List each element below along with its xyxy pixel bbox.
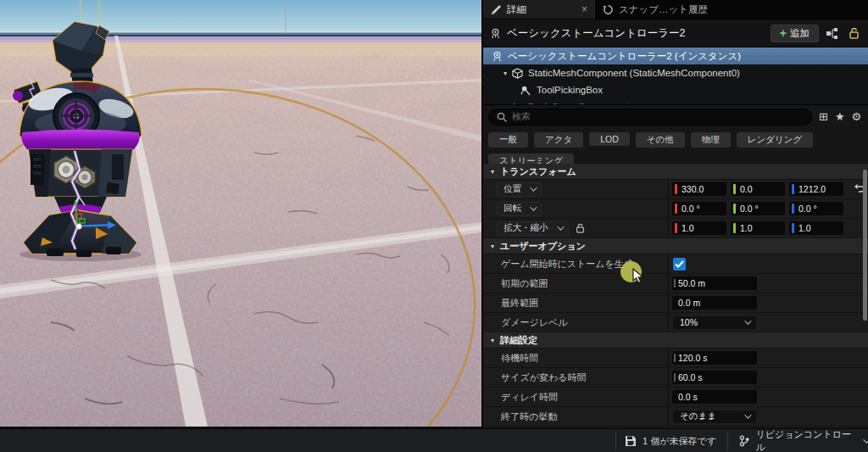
tree-row-instance-label: ベーシックストームコントローラー2 (インスタンス) bbox=[508, 50, 741, 63]
chevron-down-icon bbox=[863, 436, 868, 443]
search-placeholder: 検索 bbox=[512, 110, 531, 123]
location-y-field[interactable]: 0.0 bbox=[731, 182, 785, 196]
wait-time-label: 待機時間 bbox=[501, 352, 538, 365]
x-axis-bar bbox=[675, 184, 677, 194]
filter-chip-physics[interactable]: 物理 bbox=[691, 132, 731, 148]
favorites-icon[interactable]: ★ bbox=[835, 111, 845, 122]
initial-radius-value: 50.0 m bbox=[678, 278, 705, 288]
scale-x-value: 1.0 bbox=[682, 223, 694, 233]
wait-time-value: 120.0 s bbox=[678, 353, 707, 363]
z-axis-bar bbox=[792, 223, 794, 233]
rotation-x-field[interactable]: 0.0 ° bbox=[672, 202, 726, 215]
scale-x-field[interactable]: 1.0 bbox=[672, 221, 726, 235]
category-advanced-title: 詳細設定 bbox=[500, 334, 537, 347]
rotation-z-field[interactable]: 0.0 ° bbox=[789, 202, 843, 215]
actor-instance-icon bbox=[492, 51, 503, 62]
initial-radius-field[interactable]: 50.0 m bbox=[672, 276, 757, 290]
browse-hierarchy-icon[interactable] bbox=[825, 25, 840, 41]
filter-chip-actor[interactable]: アクタ bbox=[534, 132, 583, 148]
category-advanced[interactable]: ▾ 詳細設定 bbox=[483, 332, 868, 349]
history-icon bbox=[603, 4, 614, 15]
filter-chip-general[interactable]: 一般 bbox=[488, 132, 528, 148]
generate-storm-label: ゲーム開始時にストームを生成 bbox=[501, 258, 633, 271]
y-axis-bar bbox=[733, 204, 736, 214]
collapse-arrow-icon: ▾ bbox=[491, 168, 494, 176]
scale-y-field[interactable]: 1.0 bbox=[731, 221, 785, 235]
scale-z-field[interactable]: 1.0 bbox=[789, 221, 843, 235]
viewport-scene bbox=[0, 0, 481, 427]
add-component-button[interactable]: + 追加 bbox=[771, 25, 819, 42]
filter-chip-misc[interactable]: その他 bbox=[636, 132, 685, 148]
tree-row-staticmesh[interactable]: ▾ StaticMeshComponent (StaticMeshCompone… bbox=[483, 64, 868, 81]
settings-gear-icon[interactable]: ⚙ bbox=[852, 111, 862, 122]
location-label: 位置 bbox=[504, 183, 521, 195]
actor-header: ベーシックストームコントローラー2 + 追加 bbox=[483, 20, 868, 47]
end-behavior-dropdown[interactable]: そのまま bbox=[672, 410, 757, 424]
tree-row-instance[interactable]: ベーシックストームコントローラー2 (インスタンス) bbox=[483, 47, 868, 64]
filter-chip-rendering[interactable]: レンダリング bbox=[737, 132, 813, 148]
statusbar-divider bbox=[727, 432, 728, 450]
damage-level-dropdown[interactable]: 10% bbox=[672, 315, 757, 330]
row-damage-level: ダメージレベル 10% bbox=[483, 313, 868, 332]
revision-control-button[interactable]: リビジョンコントロール bbox=[739, 429, 868, 452]
tab-snapshot-history[interactable]: スナップ…ット履歴 bbox=[595, 0, 715, 19]
details-panel: 詳細 × スナップ…ット履歴 ベーシックストームコントローラー2 + 追加 bbox=[481, 0, 868, 428]
collapse-arrow-icon: ▾ bbox=[491, 337, 494, 344]
rotation-x-value: 0.0 ° bbox=[682, 204, 700, 214]
filter-chip-lod[interactable]: LOD bbox=[589, 132, 630, 146]
location-type-dropdown[interactable]: 位置 bbox=[497, 182, 542, 197]
add-button-label: 追加 bbox=[790, 27, 810, 40]
category-user-options-title: ユーザーオプション bbox=[500, 240, 586, 253]
location-x-field[interactable]: 330.0 bbox=[672, 182, 726, 196]
revision-control-label: リビジョンコントロール bbox=[756, 428, 858, 452]
row-rotation: 回転 0.0 ° 0.0 ° 0.0 ° bbox=[483, 199, 868, 219]
row-generate-storm: ゲーム開始時にストームを生成 bbox=[483, 254, 868, 274]
revision-branch-icon bbox=[739, 435, 750, 447]
final-radius-field[interactable]: 0.0 m bbox=[672, 296, 757, 310]
row-delay-time: ディレイ時間 0.0 s bbox=[483, 388, 868, 407]
search-input[interactable]: 検索 bbox=[488, 109, 812, 126]
resize-time-value: 60.0 s bbox=[678, 372, 703, 382]
scale-unlock-icon[interactable] bbox=[576, 223, 585, 233]
row-wait-time: 待機時間 120.0 s bbox=[483, 349, 868, 368]
row-initial-radius: 初期の範囲 50.0 m bbox=[483, 274, 868, 293]
unlock-icon[interactable] bbox=[846, 25, 861, 41]
final-radius-value: 0.0 m bbox=[678, 298, 700, 308]
scale-type-dropdown[interactable]: 拡大・縮小 bbox=[497, 221, 569, 236]
collapse-arrow-icon: ▾ bbox=[491, 243, 494, 250]
tree-row-staticmesh-label: StaticMeshComponent (StaticMeshComponent… bbox=[528, 68, 740, 78]
x-axis-bar bbox=[675, 223, 677, 233]
row-end-behavior: 終了時の挙動 そのまま bbox=[483, 407, 868, 427]
resize-time-field[interactable]: 60.0 s bbox=[672, 371, 757, 384]
display-filter-icon[interactable]: ⊞ bbox=[819, 111, 828, 122]
unsaved-files-button[interactable]: 1 個が未保存です bbox=[625, 429, 716, 452]
property-grid: ▾ トランスフォーム 位置 330.0 0.0 1212.0 bbox=[483, 164, 868, 428]
rotation-z-value: 0.0 ° bbox=[798, 204, 817, 214]
y-axis-bar bbox=[733, 184, 736, 194]
tree-row-toolpickingbox[interactable]: ToolPickingBox bbox=[483, 81, 868, 98]
details-scrollbar[interactable] bbox=[863, 170, 867, 321]
plus-icon: + bbox=[780, 27, 787, 39]
generate-storm-checkbox[interactable] bbox=[673, 258, 686, 271]
component-tree: ベーシックストームコントローラー2 (インスタンス) ▾ StaticMeshC… bbox=[483, 47, 868, 105]
search-icon bbox=[497, 112, 507, 122]
category-user-options[interactable]: ▾ ユーザーオプション bbox=[483, 238, 868, 254]
tab-close-icon[interactable]: × bbox=[581, 3, 587, 15]
wait-time-field[interactable]: 120.0 s bbox=[672, 351, 757, 365]
statusbar-divider bbox=[615, 432, 616, 450]
rotation-type-dropdown[interactable]: 回転 bbox=[497, 202, 542, 216]
tab-details[interactable]: 詳細 × bbox=[483, 0, 595, 19]
location-z-field[interactable]: 1212.0 bbox=[789, 182, 843, 196]
tree-row-clipped[interactable]: ▾ BasicStormComponent bbox=[483, 98, 868, 105]
end-behavior-value: そのまま bbox=[680, 410, 716, 422]
expand-arrow-icon[interactable]: ▾ bbox=[504, 70, 507, 77]
viewport-3d[interactable] bbox=[0, 0, 481, 427]
details-pencil-icon bbox=[491, 4, 502, 15]
category-transform[interactable]: ▾ トランスフォーム bbox=[483, 164, 868, 180]
rotation-y-field[interactable]: 0.0 ° bbox=[731, 202, 785, 215]
device-drum bbox=[29, 149, 132, 197]
static-mesh-icon bbox=[512, 68, 523, 79]
y-axis-bar bbox=[733, 223, 736, 233]
chevron-down-icon bbox=[744, 317, 751, 324]
delay-time-field[interactable]: 0.0 s bbox=[672, 390, 757, 404]
